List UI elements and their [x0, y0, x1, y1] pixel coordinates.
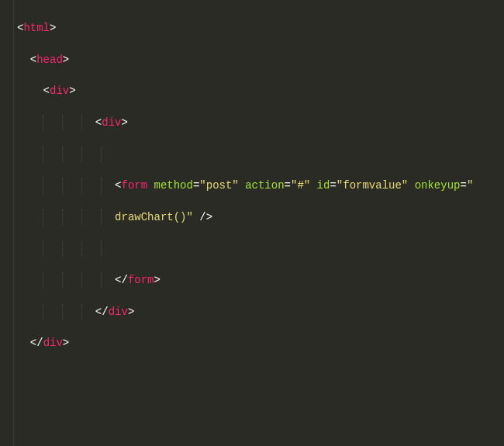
code-line[interactable]: <form method="post" action="#" id="formv… — [17, 178, 504, 193]
line-gutter — [0, 0, 14, 446]
code-line[interactable] — [17, 398, 504, 413]
code-line[interactable]: </form> — [17, 272, 504, 288]
code-line[interactable]: </div> — [17, 335, 504, 351]
code-editor-content[interactable]: <html> <head> <div> <div> <form method="… — [14, 0, 504, 446]
code-line[interactable] — [17, 367, 504, 382]
code-line[interactable]: <div> — [17, 115, 504, 130]
code-line[interactable]: <div> — [17, 83, 504, 99]
code-line[interactable]: <html> — [17, 20, 504, 36]
code-line[interactable]: </div> — [17, 304, 504, 320]
code-line[interactable] — [17, 240, 504, 256]
code-line[interactable] — [17, 430, 504, 445]
code-line[interactable]: drawChart()" /> — [17, 209, 504, 225]
code-line[interactable] — [17, 147, 504, 162]
code-line[interactable]: <head> — [17, 52, 504, 67]
